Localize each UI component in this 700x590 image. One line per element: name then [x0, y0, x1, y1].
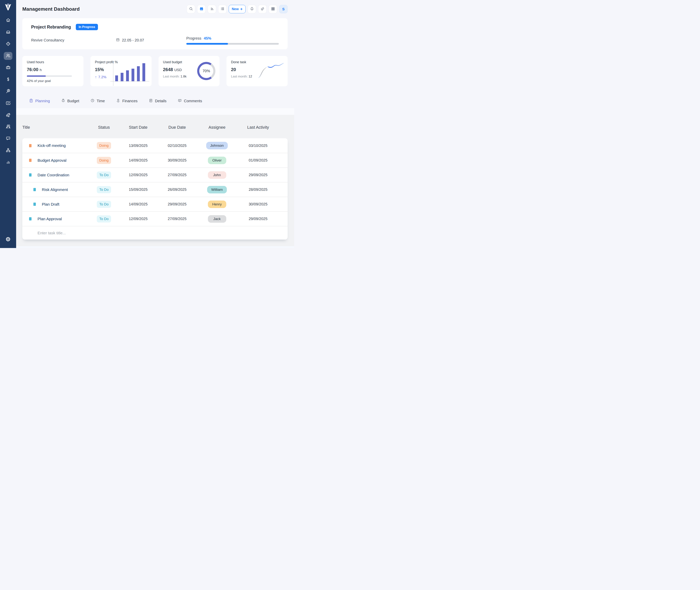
status-badge[interactable]: To Do — [97, 172, 111, 179]
table-row[interactable]: Kick-off meeting Doing 13/09/2025 02/10/… — [22, 138, 288, 153]
sidebar-item-analytics[interactable] — [4, 87, 12, 95]
list-button[interactable] — [218, 5, 227, 13]
stat-value: 20 — [231, 67, 236, 72]
clock-icon — [90, 98, 95, 104]
tabs: Planning $ Budget Time $ Finances Detail… — [29, 97, 288, 105]
sidebar-item-finance[interactable] — [4, 76, 12, 84]
bell-icon — [250, 7, 254, 11]
sidebar-item-team[interactable] — [4, 52, 12, 60]
table-row[interactable]: Risk Alignment To Do 15/09/2025 26/09/20… — [22, 182, 288, 197]
task-title-link[interactable]: Date Coordination — [37, 173, 69, 177]
profit-bar-chart — [115, 63, 148, 81]
stat-value: 15% — [95, 67, 104, 72]
new-task-input[interactable] — [22, 226, 288, 239]
status-badge[interactable]: Doing — [97, 157, 111, 164]
task-title-link[interactable]: Kick-off meeting — [37, 143, 66, 148]
calendar-button[interactable] — [197, 5, 206, 13]
project-company: Revive Consultancy — [31, 38, 116, 42]
sidebar-item-reports[interactable] — [4, 158, 12, 166]
sidebar-item-inbox[interactable] — [4, 28, 12, 36]
hand-dollar-icon: $ — [116, 98, 120, 104]
sidebar-item-home[interactable] — [4, 16, 12, 24]
target-icon — [6, 41, 11, 47]
start-date: 15/09/2025 — [129, 187, 147, 192]
svg-text:$: $ — [118, 99, 119, 100]
task-title-link[interactable]: Budget Approval — [37, 158, 67, 163]
column-header-last-activity: Last Activity — [247, 125, 269, 130]
sidebar-item-meetings[interactable] — [4, 123, 12, 131]
hours-progress-track — [27, 75, 72, 77]
last-activity: 03/10/2025 — [248, 143, 267, 148]
assignee-chip[interactable]: Johnson — [206, 142, 228, 149]
assignee-chip[interactable]: Oliver — [208, 157, 226, 164]
new-button[interactable]: New+ — [229, 5, 245, 13]
task-bullet-icon — [29, 173, 31, 177]
assignee-chip[interactable]: William — [207, 186, 227, 193]
sidebar-item-target[interactable] — [4, 40, 12, 48]
sidebar-item-tasks[interactable] — [4, 99, 12, 107]
task-title-link[interactable]: Plan Draft — [42, 202, 59, 207]
tab-label: Time — [97, 99, 105, 103]
tab-comments[interactable]: Comments — [178, 98, 202, 104]
assignee-chip[interactable]: Jack — [208, 215, 226, 223]
tab-time[interactable]: Time — [90, 98, 105, 104]
status-badge[interactable]: Doing — [97, 142, 111, 149]
last-activity: 29/09/2025 — [248, 217, 267, 221]
org-chart-icon — [6, 148, 11, 154]
table-row[interactable]: Plan Approval To Do 12/09/2025 27/09/202… — [22, 211, 288, 226]
new-button-label: New — [232, 7, 239, 11]
due-date: 02/10/2025 — [168, 143, 187, 148]
tab-finances[interactable]: $ Finances — [116, 98, 137, 104]
status-badge[interactable]: To Do — [97, 186, 111, 193]
header-actions: New+ S — [187, 5, 288, 13]
stat-card-done-task: Done task 20 Last month: 12 — [226, 56, 288, 86]
announcements-button[interactable] — [258, 5, 267, 13]
avatar[interactable]: S — [279, 5, 288, 13]
tab-label: Details — [155, 99, 167, 103]
last-activity: 29/09/2025 — [248, 173, 267, 177]
tab-details[interactable]: Details — [149, 98, 167, 104]
tab-label: Planning — [35, 99, 50, 103]
due-date: 29/09/2025 — [168, 202, 187, 206]
broadcast-button[interactable] — [208, 5, 216, 13]
sidebar-item-org[interactable] — [4, 146, 12, 155]
table-row[interactable]: Date Coordination To Do 12/09/2025 27/09… — [22, 168, 288, 182]
sidebar-item-feedback[interactable] — [4, 135, 12, 142]
notifications-button[interactable] — [247, 5, 256, 13]
done-task-sparkline — [258, 63, 284, 79]
assignee-chip[interactable]: John — [208, 171, 226, 179]
task-rows: Kick-off meeting Doing 13/09/2025 02/10/… — [22, 138, 288, 226]
pipeline-icon — [6, 112, 11, 118]
status-badge[interactable]: To Do — [97, 215, 111, 222]
last-month-value: 1.8k — [181, 75, 187, 78]
stat-value: 2648 — [163, 67, 173, 72]
table-row[interactable]: Plan Draft To Do 14/09/2025 29/09/2025 H… — [22, 197, 288, 211]
tab-label: Comments — [184, 99, 202, 103]
apps-button[interactable] — [269, 5, 277, 13]
home-icon — [6, 18, 11, 23]
search-button[interactable] — [187, 5, 195, 13]
sidebar-item-settings[interactable] — [0, 236, 16, 243]
date-range-text: 22.05 - 20.07 — [122, 38, 144, 42]
app-logo[interactable] — [3, 2, 13, 12]
task-table: Kick-off meeting Doing 13/09/2025 02/10/… — [22, 138, 288, 239]
table-row[interactable]: Budget Approval Doing 14/09/2025 30/09/2… — [22, 153, 288, 168]
donut-label: 70% — [203, 69, 210, 73]
status-badge[interactable]: To Do — [97, 201, 111, 208]
tab-budget[interactable]: $ Budget — [61, 98, 79, 104]
task-title-link[interactable]: Risk Alignment — [42, 187, 68, 192]
due-date: 27/09/2025 — [168, 217, 187, 221]
inbox-icon — [6, 29, 11, 35]
table-header: Title Status Start Date Due Date Assigne… — [22, 124, 288, 130]
start-date: 13/09/2025 — [129, 143, 147, 148]
list-icon — [220, 7, 224, 11]
sidebar-item-projects[interactable] — [4, 64, 12, 72]
task-title-link[interactable]: Plan Approval — [37, 217, 62, 221]
tab-planning[interactable]: Planning — [29, 98, 50, 104]
assignee-chip[interactable]: Henry — [208, 201, 226, 208]
divider-band — [16, 108, 294, 115]
last-activity: 30/09/2025 — [248, 202, 267, 206]
quote-bubble-icon — [6, 136, 11, 141]
stat-card-used-budget: Used budget 2648USD Last month: 1.8k 70% — [159, 56, 220, 86]
sidebar-item-pipeline[interactable] — [4, 111, 12, 119]
